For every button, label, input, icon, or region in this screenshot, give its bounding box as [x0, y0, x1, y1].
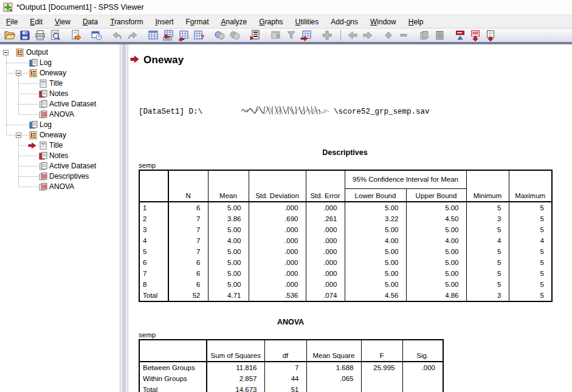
tree-connector	[18, 83, 38, 84]
table-row: Between Groups11.81671.68825.995.000	[139, 362, 443, 373]
table-cell: 11.816	[207, 362, 264, 373]
toolbar-open-file-button[interactable]	[2, 29, 17, 42]
toolbar-find-button[interactable]	[212, 29, 227, 42]
tree-item-label: Active Dataset	[49, 162, 96, 170]
output-book-icon	[15, 47, 25, 57]
toolbar-filter-cases-button[interactable]	[284, 29, 298, 42]
undo-icon	[111, 29, 123, 41]
pane-splitter[interactable]	[120, 44, 128, 392]
toolbar-goto-case-button[interactable]	[161, 29, 176, 42]
menu-transform[interactable]: Transform	[104, 16, 149, 27]
table-cell: 5.00	[406, 279, 466, 290]
table-cell: 4	[466, 235, 509, 246]
toolbar-recall-dialogs-button[interactable]	[89, 29, 104, 42]
insert-variable-icon	[300, 29, 312, 41]
tree-connector	[18, 187, 38, 187]
toolbar-designate-window-button[interactable]	[269, 29, 283, 42]
toolbar-run-script-button[interactable]	[248, 29, 263, 42]
table-cell: 5	[509, 202, 552, 213]
toolbar-separator	[340, 30, 341, 41]
descriptives-variable-label: semp	[139, 162, 572, 170]
menu-data[interactable]: Data	[77, 16, 104, 27]
toolbar-print-button[interactable]	[33, 29, 47, 42]
menu-format[interactable]: Format	[180, 16, 215, 27]
toolbar-show-button[interactable]	[417, 29, 432, 42]
table-cell	[402, 373, 443, 384]
toolbar-export-output-button[interactable]	[69, 29, 83, 42]
toolbar-variables-button[interactable]	[176, 29, 191, 42]
oneway-heading-block[interactable]: Oneway	[128, 54, 572, 66]
window-title: *Output1 [Document1] - SPSS Viewer	[16, 3, 144, 12]
table-cell: 6	[168, 268, 208, 279]
toolbar-collapse-button[interactable]	[396, 29, 411, 42]
toolbar-expand-button[interactable]	[381, 29, 396, 42]
table-cell: 3.86	[208, 213, 249, 224]
table-cell: .074	[306, 290, 345, 301]
menu-graphs[interactable]: Graphs	[253, 16, 289, 27]
toolbar-goto-data-button[interactable]	[146, 29, 160, 42]
table-cell: 5	[466, 268, 509, 279]
column-header: Minimum	[466, 170, 509, 202]
tree-connector	[6, 125, 29, 125]
toolbar-hide-button[interactable]	[432, 29, 447, 42]
tree-guide-line	[18, 138, 19, 187]
table-cell: 5	[466, 224, 509, 235]
toolbar-insert-heading-button[interactable]	[453, 29, 467, 42]
menu-edit[interactable]: Edit	[24, 16, 49, 27]
toolbar-select-last-output-button[interactable]	[320, 29, 334, 42]
menu-analyze[interactable]: Analyze	[215, 16, 253, 27]
table-cell: .000	[306, 202, 345, 213]
table-cell: 5.00	[345, 246, 406, 257]
menu-help[interactable]: Help	[402, 16, 430, 27]
toolbar-redo-button[interactable]	[125, 29, 140, 42]
tree-item-output[interactable]: Output	[0, 47, 120, 58]
tree-collapse-toggle[interactable]	[16, 132, 21, 138]
header-row: Sum of SquaresdfMean SquareFSig.	[139, 340, 443, 362]
tree-item-log[interactable]: Log	[0, 120, 120, 130]
dataset-log-line[interactable]: [DataSet1] D:\ \score52_grp_semp.sav	[139, 98, 572, 125]
menu-view[interactable]: View	[49, 16, 77, 27]
menu-add-ons[interactable]: Add-ons	[325, 16, 364, 27]
run-script-icon	[249, 29, 261, 41]
anova-table[interactable]: Sum of SquaresdfMean SquareFSig.Between …	[139, 339, 444, 392]
tree-item-log[interactable]: Log	[0, 58, 120, 68]
toolbar-insert-new-text-button[interactable]	[483, 29, 498, 42]
table-cell: 6	[168, 257, 208, 268]
toolbar-save-file-button[interactable]	[18, 29, 32, 42]
menu-file[interactable]: File	[0, 16, 24, 27]
menu-insert[interactable]: Insert	[149, 16, 179, 27]
table-cell: 5	[139, 246, 168, 257]
toolbar-print-preview-button[interactable]	[48, 29, 63, 42]
toolbar-variable-info-button[interactable]: ?	[191, 29, 206, 42]
variables-icon	[177, 29, 190, 41]
table-cell: 5.00	[208, 279, 249, 290]
table-cell: 4.71	[208, 290, 249, 301]
menu-utilities[interactable]: Utilities	[289, 16, 325, 27]
table-row: Total14.67351	[139, 384, 443, 392]
table-cell: 5.00	[208, 202, 249, 213]
descriptives-table[interactable]: NMeanStd. DeviationStd. Error95% Confide…	[139, 170, 553, 302]
tree-collapse-toggle[interactable]	[16, 70, 21, 76]
table-cell: 5.00	[406, 268, 466, 279]
toolbar-select-cases-button[interactable]	[227, 29, 242, 42]
table-cell: .000	[306, 246, 345, 257]
dataset-page-icon	[38, 99, 48, 109]
demote-icon	[346, 29, 359, 41]
toolbar-promote-button[interactable]	[360, 29, 375, 42]
tree-connector	[18, 166, 38, 167]
menu-window[interactable]: Window	[364, 16, 402, 27]
header-row: NMeanStd. DeviationStd. Error95% Confide…	[139, 170, 552, 188]
toolbar-undo-button[interactable]	[110, 29, 125, 42]
toolbar-insert-variable-button[interactable]	[299, 29, 314, 42]
toolbar-insert-new-title-button[interactable]	[468, 29, 483, 42]
tree-item-label: Output	[26, 48, 48, 57]
table-cell: 25.995	[361, 362, 402, 373]
title-page-icon	[38, 140, 48, 150]
toolbar-demote-button[interactable]	[345, 29, 360, 42]
procedure-book-icon	[29, 68, 38, 78]
table-cell	[306, 384, 361, 392]
tree-collapse-toggle[interactable]	[3, 50, 9, 55]
export-output-icon	[70, 29, 82, 41]
find-icon	[213, 29, 226, 41]
tree-item-label: Title	[49, 79, 63, 88]
